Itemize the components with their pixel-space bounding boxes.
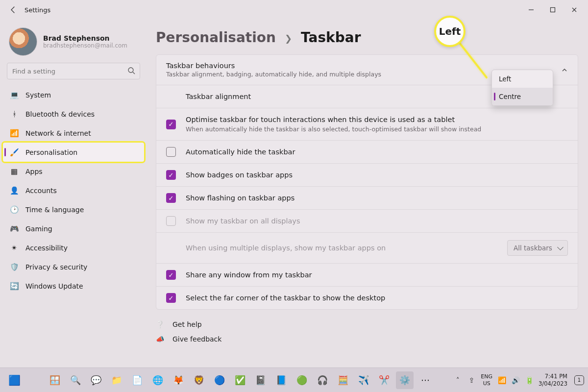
sidebar-item-time-language[interactable]: 🕑Time & language: [3, 200, 144, 219]
todo-icon[interactable]: ✅: [231, 371, 249, 389]
teams-chat-icon[interactable]: 💬: [87, 371, 105, 389]
overflow-icon[interactable]: ⋯: [416, 371, 434, 389]
search-box[interactable]: [7, 63, 140, 79]
row-flashing[interactable]: Show flashing on taskbar apps: [156, 187, 578, 210]
callout-bubble: Left: [434, 16, 466, 47]
multi-dropdown: All taskbars: [507, 240, 568, 256]
system-icon: 💻: [10, 91, 19, 99]
file-explorer-icon[interactable]: 📁: [108, 371, 125, 389]
headphones-icon[interactable]: 🎧: [314, 371, 331, 389]
chrome-icon[interactable]: 🔵: [211, 371, 228, 389]
volume-tray-icon[interactable]: 🔊: [511, 376, 520, 385]
calculator-icon[interactable]: 🧮: [334, 371, 352, 389]
brave-icon[interactable]: 🦁: [190, 371, 208, 389]
account-block[interactable]: Brad Stephenson bradhstephenson@mail.com: [0, 24, 147, 63]
sidebar-item-label: Bluetooth & devices: [25, 110, 95, 118]
sidebar-item-accounts[interactable]: 👤Accounts: [3, 181, 144, 200]
wifi-icon: 📶: [10, 129, 19, 138]
close-button[interactable]: [564, 2, 585, 17]
sidebar-item-privacy-security[interactable]: 🛡️Privacy & security: [3, 257, 144, 276]
checkbox-far-corner[interactable]: [166, 293, 176, 303]
update-icon: 🔄: [10, 282, 19, 291]
row-share-window[interactable]: Share any window from my taskbar: [156, 264, 578, 287]
tray-chevron-icon[interactable]: ˄: [453, 376, 462, 385]
onenote-icon[interactable]: 📓: [252, 371, 270, 389]
account-email: bradhstephenson@mail.com: [43, 42, 127, 49]
checkbox-autohide[interactable]: [166, 147, 176, 157]
settings-taskbar-icon[interactable]: ⚙️: [396, 371, 414, 389]
sidebar-item-bluetooth-devices[interactable]: ᚼBluetooth & devices: [3, 104, 144, 123]
row-autohide[interactable]: Automatically hide the taskbar: [156, 141, 578, 164]
panel-subtitle: Taskbar alignment, badging, automaticall…: [166, 71, 381, 78]
help-icon: ❔: [156, 320, 165, 328]
avatar: [9, 27, 37, 56]
clock-icon: 🕑: [10, 205, 19, 214]
edge-icon[interactable]: 🌐: [149, 371, 167, 389]
get-help-link[interactable]: ❔ Get help: [156, 320, 578, 328]
multi-dropdown-value: All taskbars: [514, 244, 552, 252]
alignment-popup[interactable]: Left Centre: [491, 70, 553, 106]
get-help-label: Get help: [172, 320, 202, 328]
brush-icon: 🖌️: [10, 148, 19, 157]
minimize-button[interactable]: [520, 2, 542, 17]
breadcrumb-parent[interactable]: Personalisation: [156, 29, 276, 46]
checkbox-badges[interactable]: [166, 170, 176, 180]
sidebar-item-personalisation[interactable]: 🖌️Personalisation: [3, 143, 144, 162]
search-input[interactable]: [7, 63, 140, 79]
alignment-option-left[interactable]: Left: [492, 70, 553, 88]
accessibility-icon: ✴: [10, 244, 19, 252]
optimise-label: Optimise taskbar for touch interactions …: [186, 116, 481, 123]
sidebar-item-label: Gaming: [25, 225, 52, 233]
widgets-button[interactable]: 🟦: [4, 372, 24, 389]
back-button[interactable]: [5, 1, 22, 18]
give-feedback-link[interactable]: 📣 Give feedback: [156, 335, 578, 343]
wifi-tray-icon[interactable]: 📶: [497, 376, 506, 385]
checkbox-share-window[interactable]: [166, 270, 176, 280]
language-indicator[interactable]: ENG US: [481, 373, 492, 386]
callout-text: Left: [439, 25, 461, 37]
chevron-up-icon: [561, 67, 568, 74]
start-button[interactable]: 🪟: [46, 371, 64, 389]
battery-tray-icon[interactable]: 🔋: [525, 376, 534, 385]
window-title: Settings: [24, 6, 50, 14]
sidebar-item-apps[interactable]: ▦Apps: [3, 162, 144, 181]
row-far-corner[interactable]: Select the far corner of the taskbar to …: [156, 287, 578, 309]
sidebar-item-network-internet[interactable]: 📶Network & internet: [3, 123, 144, 143]
dropbox-tray-icon[interactable]: ⇪: [467, 376, 476, 385]
spotify-icon[interactable]: 🟢: [293, 371, 311, 389]
checkbox-flashing[interactable]: [166, 193, 176, 203]
checkbox-optimise-touch[interactable]: [166, 120, 176, 129]
accounts-icon: 👤: [10, 186, 19, 195]
sidebar-item-label: Time & language: [25, 206, 84, 214]
alignment-option-centre[interactable]: Centre: [492, 88, 553, 105]
notifications-button[interactable]: 1: [574, 375, 584, 385]
notepad-icon[interactable]: 📄: [128, 371, 146, 389]
sidebar-item-windows-update[interactable]: 🔄Windows Update: [3, 276, 144, 295]
share-label: Share any window from my taskbar: [186, 271, 312, 279]
clock[interactable]: 7:41 PM 3/04/2023: [539, 373, 567, 387]
row-badges[interactable]: Show badges on taskbar apps: [156, 164, 578, 187]
breadcrumb: Personalisation ❯ Taskbar: [147, 20, 578, 54]
sidebar-item-system[interactable]: 💻System: [3, 85, 144, 104]
sidebar-item-label: Personalisation: [25, 148, 77, 156]
sidebar-item-gaming[interactable]: 🎮Gaming: [3, 219, 144, 238]
sidebar-item-accessibility[interactable]: ✴Accessibility: [3, 238, 144, 257]
sidebar-item-label: Apps: [25, 168, 43, 175]
bluetooth-icon: ᚼ: [10, 110, 19, 119]
autohide-label: Automatically hide the taskbar: [186, 148, 295, 156]
firefox-icon[interactable]: 🦊: [170, 371, 187, 389]
breadcrumb-current: Taskbar: [301, 29, 361, 46]
word-icon[interactable]: 📘: [272, 371, 290, 389]
search-button[interactable]: 🔍: [67, 371, 84, 389]
snip-icon[interactable]: ✂️: [375, 371, 393, 389]
notif-count: 1: [578, 377, 581, 383]
clock-time: 7:41 PM: [539, 373, 567, 380]
telegram-icon[interactable]: ✈️: [355, 371, 372, 389]
sidebar-item-label: Windows Update: [25, 282, 83, 290]
row-optimise-touch[interactable]: Optimise taskbar for touch interactions …: [156, 108, 578, 141]
feedback-icon: 📣: [156, 335, 165, 343]
account-name: Brad Stephenson: [43, 34, 127, 42]
lang-line1: ENG: [481, 373, 492, 380]
os-taskbar[interactable]: 🟦 🪟 🔍 💬 📁 📄 🌐 🦊 🦁 🔵 ✅ 📓 📘 🟢 🎧 🧮 ✈️ ✂️ ⚙️…: [0, 368, 588, 392]
maximize-button[interactable]: [542, 2, 564, 17]
